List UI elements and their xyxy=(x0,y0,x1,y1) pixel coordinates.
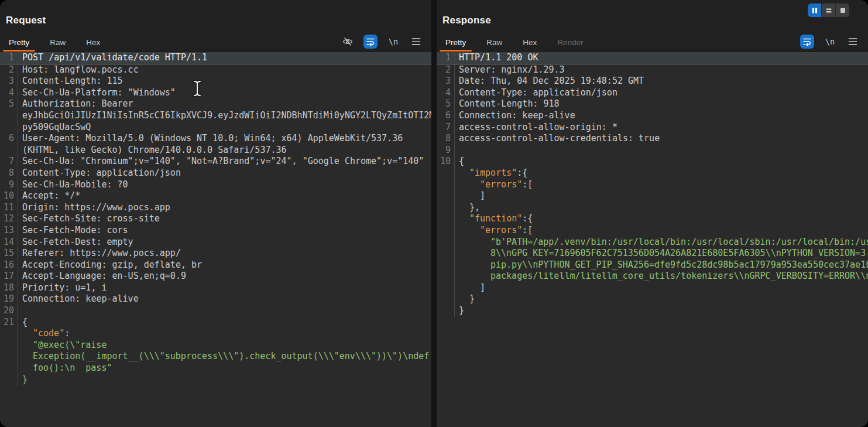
line-text: ] xyxy=(455,190,868,202)
request-panel: Request PrettyRawHex xyxy=(0,0,431,427)
request-editor[interactable]: 1POST /api/v1/validate/code HTTP/1.12Hos… xyxy=(0,52,431,427)
line-text: } xyxy=(18,374,431,386)
code-line: 14Sec-Fetch-Dest: empty xyxy=(0,237,431,248)
line-number: 18 xyxy=(0,282,18,294)
line-text: "b'PATH=/app/.venv/bin:/usr/local/bin:/u… xyxy=(455,237,868,282)
line-text: { xyxy=(455,156,868,168)
line-number: 9 xyxy=(0,179,18,191)
line-text xyxy=(18,305,431,317)
pause-button[interactable] xyxy=(808,4,821,17)
line-number xyxy=(437,282,455,294)
line-text: Host: langflow.pocs.cc xyxy=(18,64,431,76)
tab-render: Render xyxy=(550,33,591,52)
menu-icon xyxy=(411,37,421,46)
line-number xyxy=(0,374,18,386)
code-line: ] xyxy=(437,190,868,202)
line-number: 13 xyxy=(0,225,18,237)
visibility-off-icon xyxy=(342,36,354,47)
line-number xyxy=(437,293,455,305)
line-text: Server: nginx/1.29.3 xyxy=(455,64,868,76)
tab-hex[interactable]: Hex xyxy=(78,33,108,52)
code-line: } xyxy=(437,305,868,317)
code-line: 5Content-Length: 918 xyxy=(437,98,868,110)
code-line: ] xyxy=(437,282,868,294)
line-text: Content-Type: application/json xyxy=(18,168,431,179)
line-number: 1 xyxy=(0,52,18,64)
line-text: "errors":[ xyxy=(455,225,868,237)
code-line: 4Content-Type: application/json xyxy=(437,87,868,99)
code-line: 1HTTP/1.1 200 OK xyxy=(437,52,868,64)
word-wrap-button[interactable] xyxy=(363,35,378,49)
line-number xyxy=(437,202,455,214)
line-number: 12 xyxy=(0,213,18,225)
code-line: } xyxy=(0,374,431,386)
line-number: 7 xyxy=(0,156,18,168)
newline-toggle-button[interactable]: \n xyxy=(823,35,837,49)
line-number: 20 xyxy=(0,305,18,317)
line-text: access-control-allow-credentials: true xyxy=(455,133,868,145)
queue-button[interactable] xyxy=(821,4,835,17)
code-line: "@exec(\"raise Exception(__import__(\\\"… xyxy=(0,340,431,374)
request-tabbar: PrettyRawHex xyxy=(1,33,428,52)
response-panel: Response PrettyRawHexRender \n xyxy=(437,0,868,427)
line-text: "imports":{ xyxy=(455,168,868,179)
response-icon-toolbar: \n xyxy=(800,35,860,49)
code-line: 16Accept-Encoding: gzip, deflate, br xyxy=(0,259,431,271)
code-line: 20 xyxy=(0,305,431,317)
line-number: 14 xyxy=(0,237,18,248)
line-number: 10 xyxy=(437,156,455,168)
panel-divider[interactable] xyxy=(431,0,437,427)
response-tabbar: PrettyRawHexRender \n xyxy=(438,33,864,52)
request-menu-button[interactable] xyxy=(409,35,423,49)
response-menu-button[interactable] xyxy=(846,35,860,49)
line-text: ] xyxy=(455,282,868,294)
line-number xyxy=(437,190,455,202)
code-line: "function":{ xyxy=(437,213,868,225)
tab-pretty[interactable]: Pretty xyxy=(438,33,474,52)
code-line: 5Authorization: Bearer eyJhbGciOiJIUzI1N… xyxy=(0,98,431,133)
code-line: 10{ xyxy=(437,156,868,168)
line-number: 17 xyxy=(0,271,18,282)
request-icon-toolbar: \n xyxy=(341,35,423,49)
line-text: access-control-allow-origin: * xyxy=(455,122,868,134)
tab-raw[interactable]: Raw xyxy=(479,33,510,52)
line-text: Sec-Ch-Ua: "Chromium";v="140", "Not=A?Br… xyxy=(18,156,431,168)
line-number: 6 xyxy=(0,133,18,156)
tab-hex[interactable]: Hex xyxy=(515,33,544,52)
visibility-off-button[interactable] xyxy=(341,35,355,49)
code-line: 10Accept: */* xyxy=(0,190,431,202)
code-line: "code": xyxy=(0,328,431,340)
line-text: Sec-Fetch-Site: cross-site xyxy=(18,213,431,225)
response-title: Response xyxy=(442,15,491,26)
line-text: Referer: https://www.pocs.app/ xyxy=(18,248,431,259)
code-line: 13Sec-Fetch-Mode: cors xyxy=(0,225,431,237)
word-wrap-button[interactable] xyxy=(800,35,814,49)
line-number xyxy=(0,328,18,340)
code-line: "errors":[ xyxy=(437,225,868,237)
tab-pretty[interactable]: Pretty xyxy=(1,33,37,52)
code-line: 8Content-Type: application/json xyxy=(0,168,431,179)
line-text: "function":{ xyxy=(455,213,868,225)
code-line: "b'PATH=/app/.venv/bin:/usr/local/bin:/u… xyxy=(437,237,868,282)
line-number xyxy=(437,179,455,191)
stop-button[interactable] xyxy=(835,4,849,17)
newline-toggle-button[interactable]: \n xyxy=(386,35,400,49)
line-number: 19 xyxy=(0,293,18,305)
newline-toggle-label: \n xyxy=(389,37,398,46)
code-line: 11Origin: https://www.pocs.app xyxy=(0,202,431,214)
response-header: Response PrettyRawHexRender \n xyxy=(437,0,868,52)
line-number: 8 xyxy=(437,133,455,145)
code-line: 6User-Agent: Mozilla/5.0 (Windows NT 10.… xyxy=(0,133,431,156)
code-line: 7access-control-allow-origin: * xyxy=(437,122,868,134)
line-number xyxy=(437,168,455,179)
line-number: 15 xyxy=(0,248,18,259)
code-line: 4Sec-Ch-Ua-Platform: "Windows" xyxy=(0,87,431,99)
line-number: 11 xyxy=(0,202,18,214)
response-editor[interactable]: 1HTTP/1.1 200 OK2Server: nginx/1.29.33Da… xyxy=(437,52,868,427)
tab-raw[interactable]: Raw xyxy=(42,33,73,52)
line-number: 4 xyxy=(0,87,18,99)
line-number: 10 xyxy=(0,190,18,202)
code-line: 8access-control-allow-credentials: true xyxy=(437,133,868,145)
line-text: } xyxy=(455,305,868,317)
line-number: 2 xyxy=(0,64,18,76)
